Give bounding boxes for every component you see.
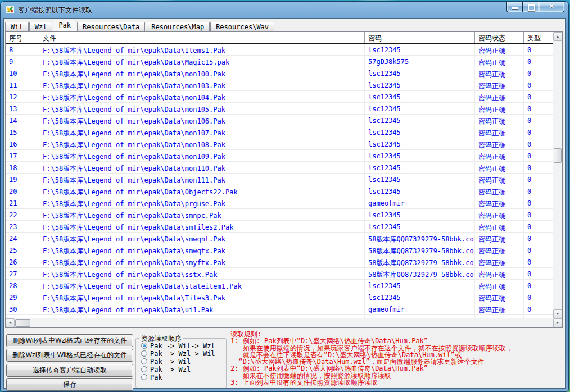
radio-icon [141, 350, 147, 357]
vertical-scroll-thumb[interactable] [554, 148, 562, 163]
cell-file: F:\58版本库\Legend of mir\epak\Data\Magic15… [39, 56, 365, 67]
table-row[interactable]: 25 F:\58版本库\Legend of mir\epak\Data\smwq… [6, 244, 553, 256]
table-row[interactable]: 15 F:\58版本库\Legend of mir\epak\Data\mon1… [6, 126, 553, 138]
table-row[interactable]: 8 F:\58版本库\Legend of mir\epak\Data\Items… [6, 44, 553, 56]
cell-type: 0 [524, 126, 553, 138]
horizontal-scrollbar[interactable]: ◄ ► [6, 318, 562, 327]
table-row[interactable]: 17 F:\58版本库\Legend of mir\epak\Data\mon1… [6, 150, 553, 162]
table-row[interactable]: 29 F:\58版本库\Legend of mir\epak\Data\Tile… [6, 291, 553, 303]
table-row[interactable]: 13 F:\58版本库\Legend of mir\epak\Data\mon1… [6, 103, 553, 115]
cell-file: F:\58版本库\Legend of mir\epak\Data\Tiles3.… [39, 291, 365, 303]
radio-pak-wzl[interactable]: Pak -> Wzl [141, 366, 191, 373]
table-row[interactable]: 30 F:\58版本库\Legend of mir\epak\Data\ui1.… [6, 303, 553, 315]
column-header[interactable]: 密码 [365, 32, 475, 43]
cell-index: 13 [6, 103, 39, 114]
table-row[interactable]: 10 F:\58版本库\Legend of mir\epak\Data\mon1… [6, 67, 553, 79]
column-header[interactable]: 类型 [524, 32, 553, 43]
rule-line: 1: 例如: Pak列表中“D:\盛大网络\热血传奇\Data\Hum.Pak” [230, 338, 513, 344]
table-row[interactable]: 26 F:\58版本库\Legend of mir\epak\Data\smyf… [6, 256, 553, 268]
table-row[interactable]: 19 F:\58版本库\Legend of mir\epak\Data\mon1… [6, 174, 553, 185]
table-row[interactable]: 28 F:\58版本库\Legend of mir\epak\Data\stat… [6, 280, 553, 291]
cell-file: F:\58版本库\Legend of mir\epak\Data\Items1.… [39, 44, 365, 55]
cell-password: lsc12345 [365, 280, 475, 291]
cell-password: lsc12345 [365, 67, 475, 79]
cell-status: 密码正确 [475, 138, 524, 149]
cell-index: 20 [6, 185, 39, 197]
tab-resources-data[interactable]: Resources\Data [77, 22, 145, 31]
radio-pak-wil-wzl[interactable]: Pak -> Wil-> Wzl [141, 342, 215, 349]
window-title: 客户端按照以下文件读取 [18, 6, 92, 15]
cell-password: lsc12345 [365, 103, 475, 114]
table-row[interactable]: 12 F:\58版本库\Legend of mir\epak\Data\mon1… [6, 91, 553, 103]
table-row[interactable]: 27 F:\58版本库\Legend of mir\epak\Data\sstx… [6, 268, 553, 280]
minimize-button[interactable] [506, 2, 523, 12]
cell-password: lsc12345 [365, 174, 475, 185]
cell-file: F:\58版本库\Legend of mir\epak\Data\mon100.… [39, 67, 365, 79]
radio-pak-wil[interactable]: Pak -> Wil [141, 358, 191, 365]
scroll-up-button[interactable]: ▲ [553, 32, 562, 41]
cell-index: 24 [6, 233, 39, 244]
table-row[interactable]: 14 F:\58版本库\Legend of mir\epak\Data\mon1… [6, 115, 553, 126]
cell-status: 密码正确 [475, 174, 524, 185]
cell-password: lsc12345 [365, 126, 475, 138]
cell-status: 密码正确 [475, 56, 524, 67]
cell-file: F:\58版本库\Legend of mir\epak\Data\smyftx.… [39, 256, 365, 267]
scroll-right-button[interactable]: ► [553, 318, 562, 327]
button-2[interactable]: 选择传奇客户端自动读取 [6, 364, 133, 377]
scroll-up-icon: ▲ [556, 34, 560, 38]
table-row[interactable]: 20 F:\58版本库\Legend of mir\epak\Data\Obje… [6, 185, 553, 197]
title-bar[interactable]: 客户端按照以下文件读取 ✕ [1, 2, 568, 17]
table-row[interactable]: 24 F:\58版本库\Legend of mir\epak\Data\smwq… [6, 233, 553, 244]
table-row[interactable]: 9 F:\58版本库\Legend of mir\epak\Data\Magic… [6, 56, 553, 67]
cell-type: 0 [524, 56, 553, 67]
file-list-panel: 序号文件密码密码状态类型 8 F:\58版本库\Legend of mir\ep… [5, 31, 563, 328]
cell-index: 14 [6, 115, 39, 126]
cell-file: F:\58版本库\Legend of mir\epak\Data\ui1.Pak [39, 303, 365, 314]
column-header[interactable]: 文件 [39, 32, 365, 43]
tab-resources-wav[interactable]: Resources\Wav [210, 22, 274, 31]
rule-line: 3: 上面列表中没有的文件按照资源读取顺序读取 [230, 379, 513, 386]
close-icon: ✕ [539, 3, 564, 10]
cell-type: 0 [524, 115, 553, 126]
column-header[interactable]: 序号 [6, 32, 39, 43]
scroll-down-button[interactable]: ▼ [553, 309, 562, 318]
tab-pak[interactable]: Pak [53, 20, 76, 31]
cell-password: lsc12345 [365, 209, 475, 220]
tab-wil[interactable]: Wil [5, 22, 29, 31]
tab-resources-map[interactable]: Resources\Map [146, 22, 210, 31]
bottom-panel: 删除Wil列表中Wzl格式已经存在的文件删除Wzl列表中Wil格式已经存在的文件… [4, 329, 565, 388]
table-row[interactable]: 16 F:\58版本库\Legend of mir\epak\Data\mon1… [6, 138, 553, 150]
read-rules-text: 读取规则:1: 例如: Pak列表中“D:\盛大网络\热血传奇\Data\Hum… [230, 331, 513, 386]
table-row[interactable]: 23 F:\58版本库\Legend of mir\epak\Data\smTi… [6, 221, 553, 233]
cell-password: 58版本库QQ87329279-58bbk.com [365, 233, 475, 244]
scroll-left-button[interactable]: ◄ [6, 318, 15, 327]
radio-pak-wzl-wil[interactable]: Pak -> Wzl-> Wil [141, 350, 215, 357]
button-1[interactable]: 删除Wzl列表中Wil格式已经存在的文件 [6, 349, 133, 362]
cell-file: F:\58版本库\Legend of mir\epak\Data\mon106.… [39, 115, 365, 126]
cell-status: 密码正确 [475, 67, 524, 79]
table-row[interactable]: 22 F:\58版本库\Legend of mir\epak\Data\smnp… [6, 209, 553, 221]
cell-type: 0 [524, 174, 553, 185]
tab-wzl[interactable]: Wzl [29, 22, 53, 31]
table-row[interactable]: 18 F:\58版本库\Legend of mir\epak\Data\mon1… [6, 162, 553, 174]
cell-status: 密码正确 [475, 268, 524, 279]
radio-pak[interactable]: Pak [141, 373, 162, 381]
maximize-button[interactable] [523, 2, 539, 12]
vertical-scrollbar[interactable]: ▲ ▼ [553, 32, 562, 318]
horizontal-scroll-thumb[interactable] [15, 319, 30, 327]
column-header[interactable]: 密码状态 [475, 32, 524, 43]
button-0[interactable]: 删除Wil列表中Wzl格式已经存在的文件 [6, 334, 133, 347]
cell-type: 0 [524, 103, 553, 114]
cell-password: lsc12345 [365, 91, 475, 102]
table-row[interactable]: 21 F:\58版本库\Legend of mir\epak\Data\prgu… [6, 197, 553, 209]
cell-index: 30 [6, 303, 39, 314]
cell-status: 密码正确 [475, 233, 524, 244]
cell-status: 密码正确 [475, 209, 524, 220]
cell-index: 29 [6, 291, 39, 303]
button-3[interactable]: 保存 [6, 378, 133, 391]
table-row[interactable]: 11 F:\58版本库\Legend of mir\epak\Data\mon1… [6, 79, 553, 91]
close-button[interactable]: ✕ [539, 2, 564, 12]
cell-status: 密码正确 [475, 126, 524, 138]
cell-type: 0 [524, 233, 553, 244]
cell-index: 22 [6, 209, 39, 220]
